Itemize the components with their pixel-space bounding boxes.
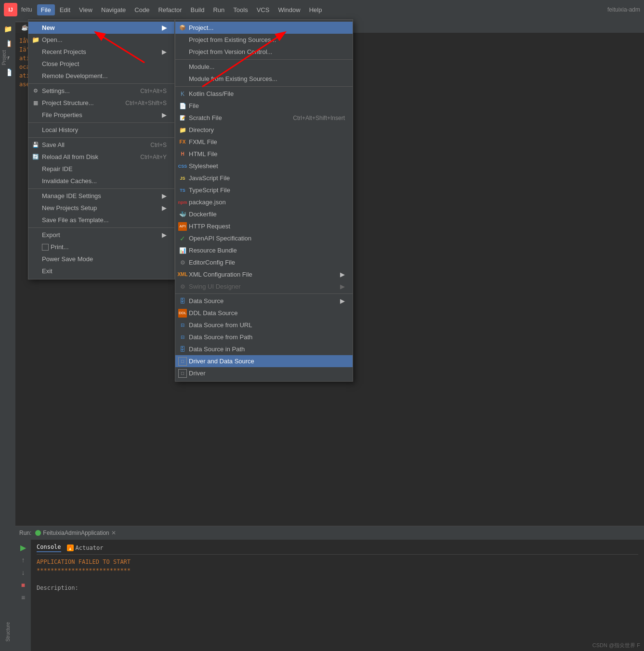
console-tab[interactable]: Console xyxy=(37,544,61,552)
file-menu-local-history[interactable]: Local History xyxy=(28,124,174,138)
new-http-request[interactable]: API HTTP Request xyxy=(175,220,353,232)
new-driver[interactable]: □ Driver xyxy=(175,367,353,379)
new-html[interactable]: H HTML File xyxy=(175,148,353,160)
menu-build[interactable]: Build xyxy=(187,4,209,15)
data-source-arrow: ▶ xyxy=(330,297,345,305)
file-menu-save-all[interactable]: 💾 Save All Ctrl+S xyxy=(28,139,174,151)
file-menu-export[interactable]: Export ▶ xyxy=(28,229,174,241)
watermark: CSDN @指尖世界 F xyxy=(592,642,640,649)
save-all-icon: 💾 xyxy=(31,141,40,149)
run-toolbar: ▶ ↑ ↓ ■ ≡ xyxy=(15,540,31,651)
new-dockerfile[interactable]: 🐳 Dockerfile xyxy=(175,208,353,220)
new-editorconfig[interactable]: ⚙ EditorConfig File xyxy=(175,256,353,268)
new-project-vcs[interactable]: Project from Version Control... xyxy=(175,46,353,60)
new-resource-bundle[interactable]: 📊 Resource Bundle xyxy=(175,244,353,256)
file-menu-invalidate[interactable]: Invalidate Caches... xyxy=(28,175,174,189)
new-data-source[interactable]: 🗄 Data Source ▶ xyxy=(175,295,353,307)
file-menu-power-save[interactable]: Power Save Mode xyxy=(28,253,174,265)
run-status-dot xyxy=(35,530,41,536)
file-menu-reload[interactable]: 🔄 Reload All from Disk Ctrl+Alt+Y xyxy=(28,151,174,163)
settings-icon: ⚙ xyxy=(31,87,40,95)
datasource-path-icon: ⊟ xyxy=(178,333,187,342)
file-menu-manage-ide[interactable]: Manage IDE Settings ▶ xyxy=(28,190,174,202)
file-menu-remote[interactable]: Remote Development... xyxy=(28,70,174,84)
run-content: Console 🔥 Actuator APPLICATION FAILED TO… xyxy=(31,540,644,651)
file-menu-save-template[interactable]: Save File as Template... xyxy=(28,214,174,228)
invalidate-icon xyxy=(31,177,40,186)
new-directory[interactable]: 📁 Directory xyxy=(175,124,353,136)
file-menu-close[interactable]: Close Project xyxy=(28,58,174,70)
menu-code[interactable]: Code xyxy=(131,4,153,15)
new-stylesheet[interactable]: CSS Stylesheet xyxy=(175,160,353,172)
file-menu-file-props[interactable]: File Properties ▶ xyxy=(28,109,174,123)
kotlin-icon: K xyxy=(178,90,187,98)
menu-window[interactable]: Window xyxy=(274,4,304,15)
run-play-btn[interactable]: ▶ xyxy=(18,543,28,552)
file-menu-new-projects-setup[interactable]: New Projects Setup ▶ xyxy=(28,202,174,214)
local-history-icon xyxy=(31,126,40,134)
file-menu-print[interactable]: Print... xyxy=(28,241,174,253)
new-ddl-source[interactable]: DDL DDL Data Source xyxy=(175,307,353,319)
menu-tools[interactable]: Tools xyxy=(229,4,251,15)
css-icon: CSS xyxy=(178,162,187,171)
scratch-shortcut: Ctrl+Alt+Shift+Insert xyxy=(283,115,345,121)
file-menu-open[interactable]: 📁 Open... xyxy=(28,34,174,46)
file-menu-recent[interactable]: Recent Projects ▶ xyxy=(28,46,174,58)
new-xml-config[interactable]: XML XML Configuration File ▶ xyxy=(175,268,353,280)
new-arrow: ▶ xyxy=(152,24,167,31)
sidebar-project-btn[interactable]: 📁 xyxy=(2,23,13,35)
new-project[interactable]: 📦 Project... xyxy=(175,22,353,34)
new-driver-datasource[interactable]: □ Driver and Data Source xyxy=(175,355,353,367)
new-datasource-path[interactable]: ⊟ Data Source from Path xyxy=(175,331,353,343)
menu-refactor[interactable]: Refactor xyxy=(154,4,185,15)
new-file[interactable]: 📄 File xyxy=(175,100,353,112)
file-menu-repair[interactable]: Repair IDE xyxy=(28,163,174,175)
new-swing-ui: ⚙ Swing UI Designer ▶ xyxy=(175,280,353,292)
new-submenu-panel: 📦 Project... Project from Existing Sourc… xyxy=(175,19,353,382)
project-existing-icon xyxy=(178,36,187,44)
new-openapi[interactable]: ✓ OpenAPI Specification xyxy=(175,232,353,244)
file-menu-settings[interactable]: ⚙ Settings... Ctrl+Alt+S xyxy=(28,85,174,97)
reload-shortcut: Ctrl+Alt+Y xyxy=(131,154,167,160)
datasource-icon: 🗄 xyxy=(178,297,187,306)
exit-icon xyxy=(31,267,40,276)
menu-help[interactable]: Help xyxy=(305,4,326,15)
new-module[interactable]: Module... xyxy=(175,61,353,73)
run-app-name: FeituixiaAdminApplication xyxy=(43,530,109,536)
new-kotlin[interactable]: K Kotlin Class/File xyxy=(175,88,353,100)
file-menu-new[interactable]: New ▶ xyxy=(28,22,174,34)
java-icon: ☕ xyxy=(21,24,28,31)
new-javascript[interactable]: JS JavaScript File xyxy=(175,172,353,184)
swing-arrow: ▶ xyxy=(330,283,345,290)
new-module-existing[interactable]: Module from Existing Sources... xyxy=(175,73,353,87)
run-panel: Run: FeituixiaAdminApplication ✕ ▶ ↑ ↓ ■… xyxy=(15,526,644,651)
app-logo: IJ xyxy=(4,3,17,16)
new-package-json[interactable]: npm package.json xyxy=(175,196,353,208)
actuator-tab[interactable]: 🔥 Actuator xyxy=(67,544,104,552)
run-close-icon[interactable]: ✕ xyxy=(111,530,116,536)
new-datasource-url[interactable]: ⊟ Data Source from URL xyxy=(175,319,353,331)
new-scratch[interactable]: 📝 Scratch File Ctrl+Alt+Shift+Insert xyxy=(175,112,353,124)
menu-view[interactable]: View xyxy=(75,4,96,15)
menu-run[interactable]: Run xyxy=(209,4,228,15)
run-down-btn[interactable]: ↓ xyxy=(18,568,28,577)
run-rerun-btn[interactable]: ≡ xyxy=(18,593,28,602)
file-menu-exit[interactable]: Exit xyxy=(28,265,174,277)
new-typescript[interactable]: TS TypeScript File xyxy=(175,184,353,196)
swing-icon: ⚙ xyxy=(178,282,187,291)
project-structure-shortcut: Ctrl+Alt+Shift+S xyxy=(116,100,167,106)
directory-icon: 📁 xyxy=(178,126,187,134)
print-expand-icon xyxy=(42,244,49,251)
menu-navigate[interactable]: Navigate xyxy=(97,4,130,15)
new-datasource-in-path[interactable]: 🗄 Data Source in Path xyxy=(175,343,353,355)
new-fxml[interactable]: FX FXML File xyxy=(175,136,353,148)
menu-file[interactable]: File xyxy=(37,4,55,15)
run-up-btn[interactable]: ↑ xyxy=(18,555,28,565)
docker-icon: 🐳 xyxy=(178,210,187,219)
run-stop-btn[interactable]: ■ xyxy=(18,580,28,590)
file-menu-project-structure[interactable]: ▦ Project Structure... Ctrl+Alt+Shift+S xyxy=(28,97,174,109)
menu-vcs[interactable]: VCS xyxy=(253,4,274,15)
new-projects-icon xyxy=(31,204,40,213)
menu-edit[interactable]: Edit xyxy=(56,4,74,15)
new-project-existing[interactable]: Project from Existing Sources... xyxy=(175,34,353,46)
